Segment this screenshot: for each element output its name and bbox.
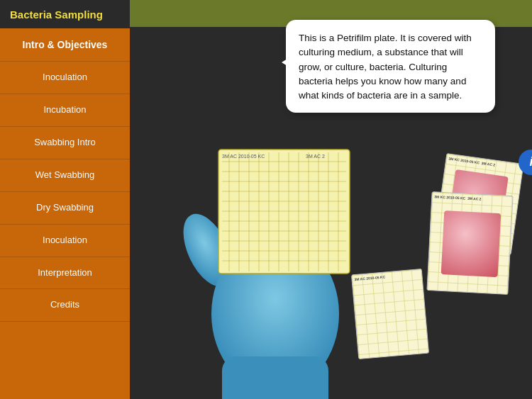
action-row: i NEXT ▶	[519, 149, 532, 175]
svg-text:3M AC 2010-05 KC: 3M AC 2010-05 KC	[222, 154, 265, 159]
sidebar-item-interpretation[interactable]: Interpretation	[0, 257, 130, 290]
sidebar-item-incubation[interactable]: Incubation	[0, 94, 130, 127]
sidebar-item-inoculation-1[interactable]: Inoculation	[0, 62, 130, 94]
sidebar-item-intro-objectives[interactable]: Intro & Objectives	[0, 28, 130, 62]
svg-rect-11	[218, 150, 350, 274]
svg-text:3M AC 2: 3M AC 2	[306, 154, 325, 159]
sidebar: Bacteria Sampling Intro & Objectives Ino…	[0, 0, 130, 399]
plate-circle-2	[441, 210, 501, 277]
sidebar-item-dry-swabbing[interactable]: Dry Swabbing	[0, 192, 130, 225]
sidebar-item-inoculation-2[interactable]: Inoculation	[0, 225, 130, 257]
tooltip-text: This is a Petrifilm plate. It is covered…	[299, 33, 472, 101]
plate-middle: 3M KC 2010-05 KC 3M AC 2	[426, 191, 513, 295]
svg-rect-6	[222, 356, 328, 399]
sidebar-item-wet-swabbing[interactable]: Wet Swabbing	[0, 159, 130, 192]
sidebar-item-swabbing-intro[interactable]: Swabbing Intro	[0, 127, 130, 159]
tooltip-bubble: This is a Petrifilm plate. It is covered…	[286, 20, 495, 113]
sidebar-title: Bacteria Sampling	[0, 0, 130, 28]
main-content: This is a Petrifilm plate. It is covered…	[130, 0, 532, 399]
sidebar-item-credits[interactable]: Credits	[0, 289, 130, 322]
info-icon[interactable]: i	[519, 150, 532, 175]
